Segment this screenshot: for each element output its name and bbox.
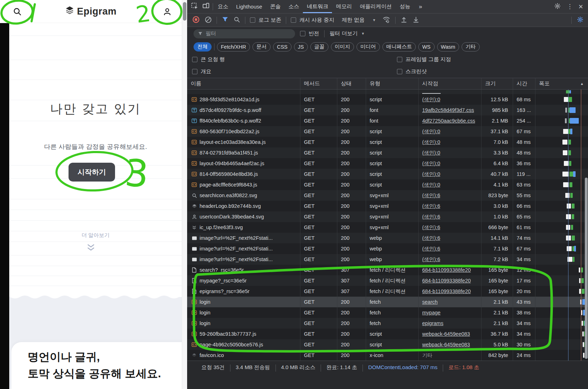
start-button[interactable]: 시작하기 <box>69 163 115 182</box>
page-scrollbar-thumb[interactable] <box>183 2 186 21</box>
page-logo[interactable]: Epigram <box>65 6 117 17</box>
network-request-row[interactable]: 288-5fd3d52e81042a1d.jsGET200script(색인):… <box>187 94 588 105</box>
network-request-row[interactable]: layout-ec1e03ad38ea30ea.jsGET200script(색… <box>187 137 588 147</box>
request-filter-chip-이미지[interactable]: 이미지 <box>331 42 354 52</box>
screenshots-checkbox[interactable]: 스크린샷 <box>397 68 427 75</box>
import-har-icon[interactable] <box>400 16 408 25</box>
filter-input[interactable]: 필터 <box>194 29 295 38</box>
network-request-row[interactable]: image?url=%2F_next%2Fstati...GET200webp(… <box>187 254 588 265</box>
preserve-log-checkbox[interactable]: 로그 보존 <box>250 17 281 23</box>
column-header-메서드[interactable]: 메서드 <box>300 78 337 89</box>
devtools-tab-네트워크[interactable]: 네트워크 <box>303 0 332 13</box>
network-request-row[interactable]: d57dc4f0927b9fdc-s.p.woffGET200font19afb… <box>187 105 588 115</box>
clear-icon[interactable] <box>205 16 212 25</box>
initiator-link[interactable]: (색인):0 <box>422 96 440 103</box>
column-header-상태[interactable]: 상태 <box>337 78 366 89</box>
initiator-link[interactable]: 684-b110993388fe20 <box>422 267 471 273</box>
overview-checkbox[interactable]: 개요 <box>192 68 211 75</box>
more-tabs-icon[interactable]: » <box>415 0 426 13</box>
column-header-이름[interactable]: 이름 <box>187 78 300 89</box>
page-scrollbar[interactable] <box>182 0 187 389</box>
network-request-row[interactable]: page-4b962c5050bce576.jsGET200scriptwebp… <box>187 339 588 350</box>
inspect-element-icon[interactable] <box>191 2 198 11</box>
request-filter-chip-문서[interactable]: 문서 <box>252 42 271 52</box>
column-header-유형[interactable]: 유형 <box>366 78 419 89</box>
network-request-row[interactable]: loginGET200fetchepigrams2.1 kB34 ms <box>187 318 588 329</box>
initiator-link[interactable]: 19afb2c58d49f3d7.css <box>422 107 474 113</box>
sort-asc-icon[interactable]: ▲ <box>580 82 584 86</box>
network-settings-icon[interactable] <box>577 16 584 24</box>
network-request-row[interactable]: searchIcon.ea3f0822.svgGET200svg+xml(색인)… <box>187 190 588 201</box>
initiator-link[interactable]: epigrams <box>422 320 443 326</box>
initiator-link[interactable]: 684-b110993388fe20 <box>422 288 471 294</box>
big-request-rows-checkbox[interactable]: 큰 요청 행 <box>192 56 225 63</box>
initiator-link[interactable]: (색인):0 <box>422 128 440 135</box>
devtools-tab-요소[interactable]: 요소 <box>214 0 232 13</box>
settings-icon[interactable] <box>554 2 561 11</box>
initiator-link[interactable]: (색인):6 <box>422 235 440 242</box>
initiator-link[interactable]: (색인):6 <box>422 214 440 220</box>
column-header-폭포[interactable]: 폭포▲ <box>535 78 588 89</box>
group-by-frame-checkbox[interactable]: 프레임별 그룹 지정 <box>397 56 451 63</box>
network-request-row[interactable]: headerLogo.b92e744b.svgGET200svg+xml(색인)… <box>187 201 588 211</box>
network-request-row[interactable]: page-a8cfffe8ce9f6843.jsGET200script(색인)… <box>187 179 588 190</box>
disable-cache-checkbox[interactable]: 캐시 사용 중지 <box>291 17 334 23</box>
devtools-tab-메모리[interactable]: 메모리 <box>332 0 356 13</box>
network-request-row[interactable]: ic_up.f2ee63f3.svgGET200svg+xml(색인):6666… <box>187 222 588 233</box>
initiator-link[interactable]: webpack-6459ee083 <box>422 342 470 347</box>
network-request-row[interactable]: loginGET200fetchsearch2.1 kB43 ms <box>187 297 588 307</box>
request-filter-chip-Wasm[interactable]: Wasm <box>437 42 459 52</box>
more-filters-dropdown[interactable]: 필터 더보기▼ <box>330 30 365 37</box>
record-icon[interactable] <box>192 16 200 25</box>
network-request-row[interactable]: 680-5630f710edbd22a2.jsGET200script(색인):… <box>187 126 588 137</box>
devtools-tab-성능[interactable]: 성능 <box>396 0 414 13</box>
network-request-row[interactable]: epigrams?_rsc=36e5rGET307fetch / 리디렉션684… <box>187 286 588 297</box>
close-icon[interactable]: × <box>578 3 583 11</box>
initiator-link[interactable]: (색인):6 <box>422 245 440 252</box>
network-request-row[interactable]: ff840cfebfb63b0c-s.p.woff2GET200font4df2… <box>187 115 588 126</box>
initiator-link[interactable]: (색인):0 <box>422 182 440 188</box>
request-filter-chip-매니페스트[interactable]: 매니페스트 <box>382 42 416 52</box>
more-menu-icon[interactable]: ⋮ <box>567 3 573 10</box>
request-filter-chip-미디어[interactable]: 미디어 <box>356 42 380 52</box>
request-filter-chip-JS[interactable]: JS <box>294 42 308 52</box>
network-request-row[interactable]: search?_rsc=36e5rGET307fetch / 리디렉션684-b… <box>187 265 588 275</box>
initiator-link[interactable]: (색인):0 <box>422 139 440 146</box>
devtools-tab-Lighthouse[interactable]: Lighthouse <box>232 0 266 13</box>
initiator-link[interactable]: (색인):6 <box>422 192 440 199</box>
request-filter-chip-WS[interactable]: WS <box>418 42 434 52</box>
network-request-row[interactable]: layout-094b6465a4aef2ac.jsGET200script(색… <box>187 158 588 169</box>
initiator-link[interactable]: mypage <box>422 310 441 315</box>
column-header-시작점[interactable]: 시작점 <box>419 78 481 89</box>
network-request-row-partial[interactable] <box>187 90 588 94</box>
network-request-row[interactable]: image?url=%2F_next%2Fstati...GET200webp(… <box>187 233 588 243</box>
export-har-icon[interactable] <box>412 16 420 25</box>
device-toolbar-icon[interactable] <box>202 2 210 11</box>
initiator-link[interactable]: 4df27250aac9cb6e.css <box>422 118 475 124</box>
network-request-row[interactable]: image?url=%2F_next%2Fstati...GET200webp(… <box>187 243 588 254</box>
initiator-link[interactable]: search <box>422 299 438 305</box>
initiator-link[interactable]: (색인):0 <box>422 171 440 178</box>
network-request-row[interactable]: userIconDark.39bedae4.svgGET200svg+xml(색… <box>187 211 588 222</box>
devtools-tab-소스[interactable]: 소스 <box>284 0 303 13</box>
devtools-tab-콘솔[interactable]: 콘솔 <box>266 0 284 13</box>
initiator-link[interactable]: (색인):6 <box>422 203 440 210</box>
filter-funnel-icon[interactable] <box>222 16 229 24</box>
search-icon[interactable] <box>13 7 22 16</box>
network-request-row[interactable]: mypage?_rsc=36e5rGET307fetch / 리디렉션684-b… <box>187 275 588 286</box>
network-request-row[interactable]: 874-02791fd9a5a1f451.jsGET200script(색인):… <box>187 147 588 158</box>
learn-more-label[interactable]: 더 알아보기 <box>9 232 182 239</box>
user-icon[interactable] <box>163 7 172 16</box>
request-filter-chip-Fetch/XHR[interactable]: Fetch/XHR <box>217 42 250 52</box>
request-filter-chip-전체[interactable]: 전체 <box>194 42 212 52</box>
initiator-link[interactable]: (색인):0 <box>422 150 440 156</box>
network-request-row[interactable]: 814-0ff5659804e8bd36.jsGET200script(색인):… <box>187 169 588 179</box>
network-conditions-icon[interactable] <box>382 16 391 25</box>
invert-filter-checkbox[interactable]: 반전 <box>300 30 319 37</box>
initiator-link[interactable]: (색인):6 <box>422 256 440 263</box>
initiator-link[interactable]: webpack-6459ee083 <box>422 331 470 337</box>
network-request-row[interactable]: loginGET200fetchmypage2.1 kB38 ms <box>187 307 588 318</box>
network-request-row[interactable]: favicon.icoGET200x-icon기타842 byte24 ms <box>187 350 588 361</box>
column-header-크기[interactable]: 크기 <box>481 78 513 89</box>
initiator-link[interactable]: (색인):6 <box>422 224 440 231</box>
